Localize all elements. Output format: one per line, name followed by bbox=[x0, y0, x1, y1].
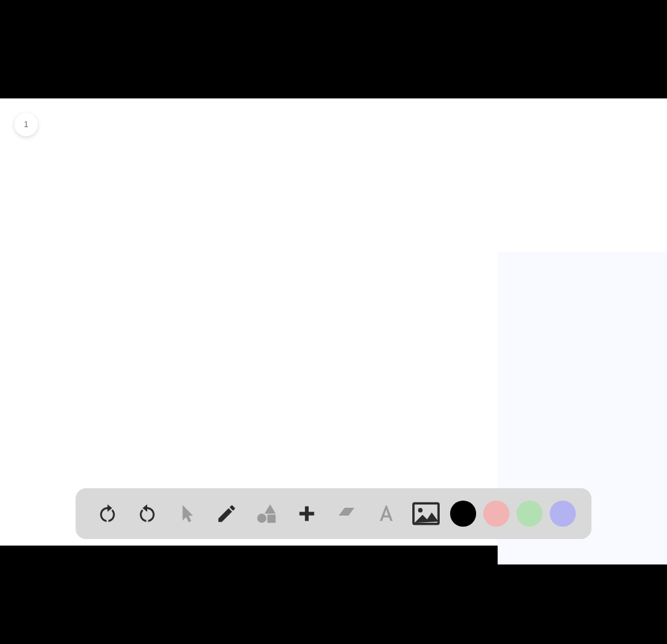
svg-marker-0 bbox=[265, 505, 276, 514]
undo-button[interactable] bbox=[91, 497, 124, 530]
pencil-tool[interactable] bbox=[210, 497, 243, 530]
text-tool[interactable] bbox=[370, 497, 403, 530]
image-tool[interactable] bbox=[410, 497, 442, 530]
svg-point-1 bbox=[257, 514, 266, 523]
toolbar bbox=[76, 488, 591, 539]
eraser-tool[interactable] bbox=[330, 497, 363, 530]
canvas[interactable] bbox=[0, 98, 667, 546]
plus-icon bbox=[296, 503, 318, 525]
color-green[interactable] bbox=[517, 501, 543, 527]
color-blue[interactable] bbox=[550, 501, 576, 527]
user-count-value: 1 bbox=[24, 120, 29, 129]
svg-rect-2 bbox=[268, 514, 276, 523]
undo-icon bbox=[96, 503, 119, 525]
image-icon bbox=[412, 502, 440, 525]
add-tool[interactable] bbox=[291, 497, 323, 530]
cursor-icon bbox=[177, 503, 197, 524]
redo-icon bbox=[136, 503, 158, 525]
pencil-icon bbox=[216, 503, 238, 525]
redo-button[interactable] bbox=[131, 497, 163, 530]
user-count-badge[interactable]: 1 bbox=[14, 113, 38, 136]
shapes-icon bbox=[255, 503, 277, 525]
select-tool[interactable] bbox=[171, 497, 203, 530]
shapes-tool[interactable] bbox=[250, 497, 283, 530]
color-black[interactable] bbox=[450, 501, 476, 527]
text-icon bbox=[375, 503, 397, 525]
eraser-icon bbox=[335, 502, 358, 525]
color-red[interactable] bbox=[483, 501, 509, 527]
svg-point-4 bbox=[418, 508, 423, 512]
